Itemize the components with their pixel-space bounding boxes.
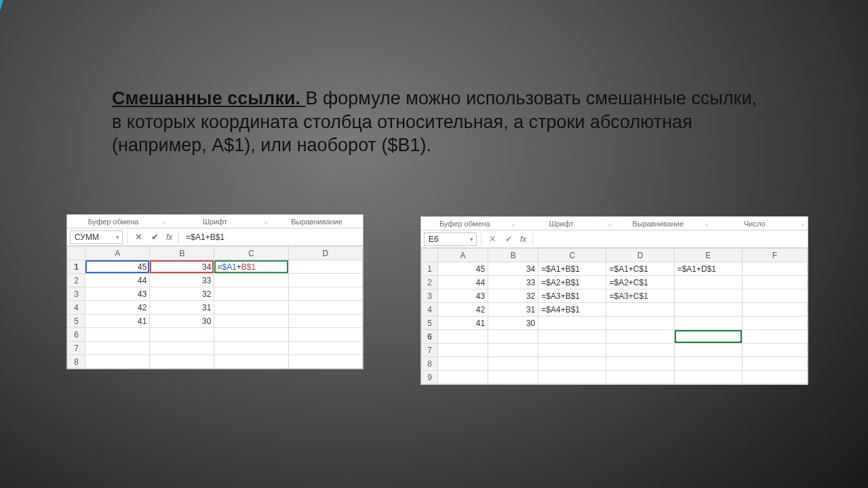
cell[interactable] [288, 274, 362, 287]
cell[interactable] [606, 357, 674, 371]
cell[interactable]: =$A1+C$1 [606, 262, 674, 276]
row-header[interactable]: 5 [68, 314, 85, 328]
cell[interactable]: 34 [150, 260, 214, 274]
cell[interactable]: 42 [85, 301, 150, 314]
cell[interactable] [85, 328, 150, 342]
cell[interactable] [438, 330, 488, 344]
cell[interactable]: =$A2+C$1 [606, 276, 674, 289]
cell[interactable] [606, 303, 674, 317]
cell[interactable]: 32 [150, 287, 214, 301]
cell[interactable] [214, 287, 288, 301]
cell[interactable] [606, 317, 674, 330]
cell[interactable]: 30 [150, 314, 214, 328]
row-header[interactable]: 8 [422, 357, 438, 371]
col-header[interactable]: D [606, 249, 674, 262]
cell[interactable] [488, 344, 538, 357]
cell[interactable] [438, 371, 488, 384]
cell[interactable]: 41 [85, 314, 150, 328]
cell[interactable]: 33 [488, 276, 538, 289]
cell[interactable] [538, 371, 606, 384]
cell[interactable]: 45 [85, 260, 150, 274]
cell[interactable] [742, 303, 807, 317]
col-header[interactable]: C [214, 247, 288, 260]
cell[interactable] [214, 355, 288, 369]
cell[interactable] [674, 289, 742, 303]
row-header[interactable]: 6 [68, 328, 85, 342]
select-all-corner[interactable] [422, 249, 438, 262]
dropdown-icon[interactable]: ▾ [116, 234, 119, 241]
row-header[interactable]: 5 [422, 317, 438, 330]
cell[interactable] [674, 317, 742, 330]
cell[interactable] [214, 342, 288, 355]
cell[interactable] [438, 344, 488, 357]
cell[interactable] [488, 330, 538, 344]
row-header[interactable]: 2 [422, 276, 438, 289]
col-header[interactable]: B [488, 249, 538, 262]
cell[interactable]: 44 [85, 274, 150, 287]
col-header[interactable]: C [538, 249, 606, 262]
fx-icon[interactable]: fx [164, 232, 174, 242]
cell[interactable] [488, 371, 538, 384]
row-header[interactable]: 3 [68, 287, 85, 301]
cell[interactable]: 34 [488, 262, 538, 276]
cell[interactable] [214, 274, 288, 287]
cell[interactable] [150, 328, 214, 342]
cell[interactable] [742, 276, 807, 289]
cell[interactable] [214, 328, 288, 342]
name-box[interactable]: E6 ▾ [424, 232, 477, 246]
cell[interactable] [488, 357, 538, 371]
col-header[interactable]: A [85, 247, 150, 260]
dialog-launcher-icon[interactable]: ⌵ [261, 218, 271, 225]
cell[interactable] [438, 357, 488, 371]
cell[interactable] [674, 330, 742, 344]
cell[interactable] [150, 355, 214, 369]
cell[interactable] [742, 317, 807, 330]
grid-left[interactable]: A B C D 14534=$A1+B$12443334332442315413… [67, 246, 363, 369]
cell[interactable] [674, 371, 742, 384]
cell[interactable] [742, 262, 807, 276]
cell[interactable] [742, 344, 807, 357]
row-header[interactable]: 7 [422, 344, 438, 357]
cell[interactable] [742, 289, 807, 303]
col-header[interactable]: E [674, 249, 742, 262]
cell[interactable]: 44 [438, 276, 488, 289]
cell[interactable] [674, 357, 742, 371]
select-all-corner[interactable] [68, 247, 85, 260]
row-header[interactable]: 3 [422, 289, 438, 303]
row-header[interactable]: 8 [68, 355, 85, 369]
cell[interactable]: =$A1+D$1 [674, 262, 742, 276]
col-header[interactable]: A [438, 249, 488, 262]
fx-icon[interactable]: fx [518, 235, 528, 244]
cell[interactable]: 41 [438, 317, 488, 330]
dialog-launcher-icon[interactable]: ⌵ [605, 220, 614, 227]
cell[interactable] [674, 344, 742, 357]
cell[interactable]: 43 [85, 287, 150, 301]
cell[interactable] [288, 260, 362, 274]
cell[interactable] [214, 314, 288, 328]
cell[interactable] [288, 287, 362, 301]
cell[interactable] [606, 330, 674, 344]
cancel-icon[interactable]: ✕ [132, 230, 145, 244]
cell[interactable]: 30 [488, 317, 538, 330]
row-header[interactable]: 4 [422, 303, 438, 317]
cell[interactable]: 31 [150, 301, 214, 314]
cell[interactable] [742, 371, 807, 384]
col-header[interactable]: F [742, 249, 807, 262]
name-box[interactable]: СУММ ▾ [70, 230, 123, 244]
cell[interactable] [674, 303, 742, 317]
confirm-icon[interactable]: ✔ [148, 230, 161, 244]
cell[interactable] [742, 357, 807, 371]
cell[interactable] [606, 344, 674, 357]
cell[interactable] [538, 357, 606, 371]
cell[interactable]: 33 [150, 274, 214, 287]
cell[interactable] [288, 355, 362, 369]
cell[interactable] [606, 371, 674, 384]
cell[interactable] [150, 342, 214, 355]
row-header[interactable]: 1 [68, 260, 85, 274]
grid-right[interactable]: A B C D E F 14534=$A1+B$1=$A1+C$1=$A1+D$… [421, 248, 808, 384]
row-header[interactable]: 4 [68, 301, 85, 314]
cell[interactable] [288, 314, 362, 328]
cell[interactable]: =$A1+B$1 [214, 260, 288, 274]
cell[interactable]: 42 [438, 303, 488, 317]
cell[interactable]: =$A2+B$1 [538, 276, 606, 289]
